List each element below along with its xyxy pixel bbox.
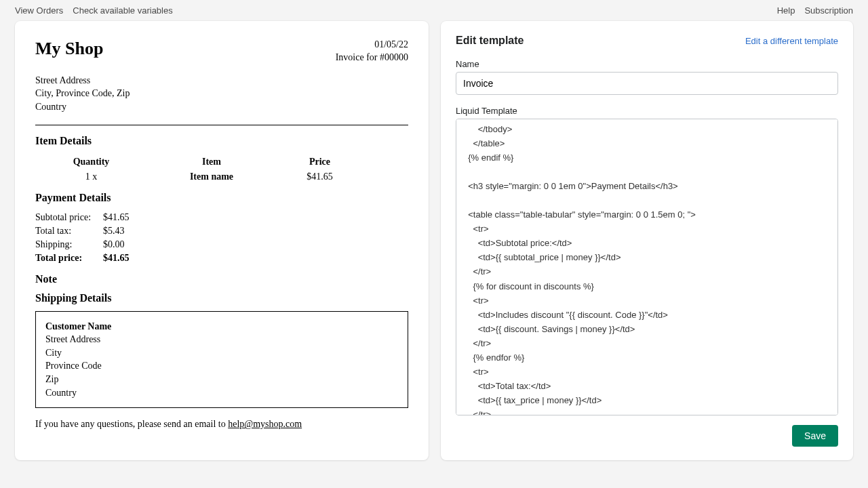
note-heading: Note [35,273,408,285]
shop-name: My Shop [35,39,103,59]
invoice-number: Invoice for #00000 [336,52,408,64]
val-ship: $0.00 [96,238,135,251]
val-subtotal: $41.65 [96,211,135,224]
footer-note: If you have any questions, please send a… [35,419,408,430]
liquid-label: Liquid Template [456,106,838,116]
cell-name: Item name [147,170,276,184]
ship-country: Country [45,386,398,400]
invoice-date: 01/05/22 [336,39,408,52]
cell-qty: 1 x [35,170,147,184]
lbl-ship: Shipping: [35,238,96,251]
addr-country: Country [35,100,408,114]
footer-text: If you have any questions, please send a… [35,419,228,429]
ship-customer: Customer Name [45,320,398,333]
item-details-heading: Item Details [35,135,408,147]
col-price: Price [276,154,363,170]
edit-different-link[interactable]: Edit a different template [745,36,838,46]
ship-province: Province Code [45,359,398,373]
ship-street: Street Address [45,333,398,346]
nav-check-variables[interactable]: Check available variables [73,5,172,16]
editor-title: Edit template [456,35,524,47]
addr-street: Street Address [35,74,408,87]
topbar: View Orders Check available variables He… [0,0,868,21]
invoice-preview: My Shop 01/05/22 Invoice for #00000 Stre… [15,21,429,460]
lbl-total: Total price: [35,251,96,265]
ship-city: City [45,346,398,360]
lbl-tax: Total tax: [35,224,96,238]
footer-email-link[interactable]: help@myshop.com [228,419,302,429]
addr-city: City, Province Code, Zip [35,87,408,100]
table-row: 1 x Item name $41.65 [35,170,363,184]
ship-zip: Zip [45,373,398,386]
payment-table: Subtotal price:$41.65 Total tax:$5.43 Sh… [35,211,135,265]
cell-price: $41.65 [276,170,363,184]
liquid-template-textarea[interactable] [456,119,838,415]
lbl-subtotal: Subtotal price: [35,211,96,224]
col-item: Item [147,154,276,170]
val-total: $41.65 [96,251,135,265]
nav-help[interactable]: Help [777,5,795,16]
shipping-heading: Shipping Details [35,292,408,304]
nav-subscription[interactable]: Subscription [804,5,853,16]
save-button[interactable]: Save [792,425,838,447]
items-table: Quantity Item Price 1 x Item name $41.65 [35,154,363,184]
divider [35,125,408,125]
val-tax: $5.43 [96,224,135,238]
nav-view-orders[interactable]: View Orders [15,5,63,16]
payment-heading: Payment Details [35,192,408,204]
col-qty: Quantity [35,154,147,170]
name-label: Name [456,59,838,69]
shop-address: Street Address City, Province Code, Zip … [35,74,408,114]
template-name-input[interactable] [456,72,838,95]
template-editor: Edit template Edit a different template … [441,21,853,460]
shipping-box: Customer Name Street Address City Provin… [35,311,408,409]
